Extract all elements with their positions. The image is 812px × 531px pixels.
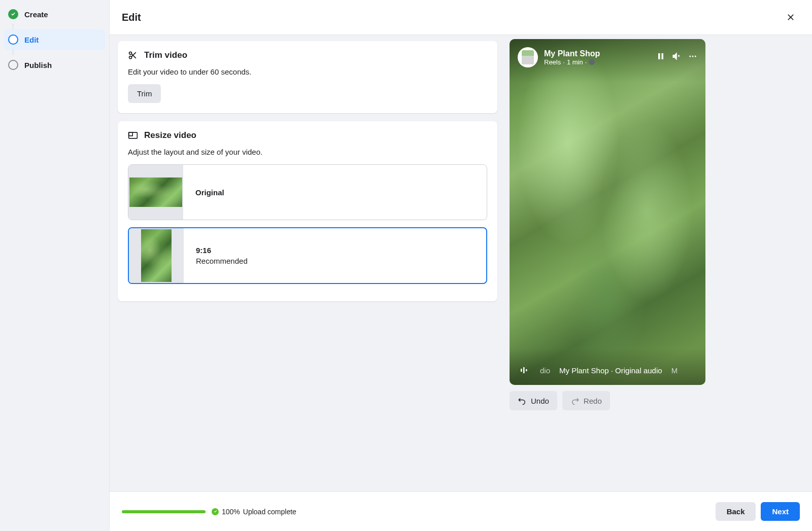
sidebar: Create Edit Publish <box>0 0 110 531</box>
svg-rect-11 <box>521 369 522 372</box>
step-create[interactable]: Create <box>4 4 105 24</box>
more-icon[interactable] <box>688 52 697 63</box>
preview-meta: Reels · 1 min · <box>544 58 651 66</box>
audio-label: My Plant Shop · Original audio <box>559 366 662 375</box>
step-label: Create <box>24 10 48 19</box>
step-label: Publish <box>24 61 52 69</box>
svg-rect-6 <box>658 53 660 59</box>
upload-label: Upload complete <box>243 508 296 516</box>
globe-icon <box>589 59 595 65</box>
card-title: Trim video <box>144 50 187 60</box>
close-icon <box>786 12 796 22</box>
card-title: Resize video <box>144 130 196 140</box>
avatar <box>518 47 538 67</box>
volume-mute-icon[interactable] <box>672 52 681 63</box>
resize-option-916[interactable]: 9:16 Recommended <box>128 227 487 284</box>
close-button[interactable] <box>782 8 800 26</box>
svg-rect-13 <box>526 369 527 371</box>
video-preview[interactable]: My Plant Shop Reels · 1 min · <box>510 39 705 385</box>
redo-icon <box>570 396 580 405</box>
header: Edit <box>110 0 812 35</box>
thumbnail <box>128 165 183 220</box>
audio-scroll-left: dio <box>540 366 550 375</box>
trim-video-card: Trim video Edit your video to under 60 s… <box>118 41 497 113</box>
aspect-ratio-icon <box>128 130 138 140</box>
resize-option-original[interactable]: Original <box>128 164 487 220</box>
card-description: Edit your video to under 60 seconds. <box>128 67 487 76</box>
trim-button[interactable]: Trim <box>128 84 161 103</box>
radio-pending-icon <box>8 60 18 70</box>
svg-point-8 <box>689 56 691 57</box>
step-edit[interactable]: Edit <box>4 29 105 50</box>
svg-rect-12 <box>523 367 525 373</box>
option-label: Original <box>195 188 224 197</box>
page-title: Edit <box>122 12 141 23</box>
step-label: Edit <box>24 36 39 44</box>
upload-status: 100% Upload complete <box>122 508 296 516</box>
upload-percent: 100% <box>222 508 240 516</box>
footer: 100% Upload complete Back Next <box>110 491 812 531</box>
resize-video-card: Resize video Adjust the layout and size … <box>118 121 497 301</box>
svg-rect-7 <box>662 53 664 59</box>
check-circle-icon <box>8 9 18 19</box>
next-button[interactable]: Next <box>761 502 800 521</box>
option-label: 9:16 <box>196 246 248 255</box>
step-publish[interactable]: Publish <box>4 55 105 75</box>
radio-current-icon <box>8 34 18 45</box>
svg-point-10 <box>695 56 696 57</box>
back-button[interactable]: Back <box>716 502 756 521</box>
audio-bars-icon <box>518 364 531 377</box>
svg-point-9 <box>692 56 694 57</box>
check-circle-icon <box>212 508 219 515</box>
progress-bar <box>122 510 206 513</box>
scissors-icon <box>128 50 138 60</box>
thumbnail <box>129 228 184 283</box>
card-description: Adjust the layout and size of your video… <box>128 148 487 156</box>
option-sublabel: Recommended <box>196 257 248 265</box>
audio-scroll-right: M <box>671 366 678 375</box>
redo-button[interactable]: Redo <box>562 391 610 410</box>
undo-icon <box>518 396 527 405</box>
pause-icon[interactable] <box>657 52 665 62</box>
undo-button[interactable]: Undo <box>510 391 557 410</box>
preview-page-name: My Plant Shop <box>544 49 651 58</box>
svg-rect-5 <box>129 132 132 136</box>
